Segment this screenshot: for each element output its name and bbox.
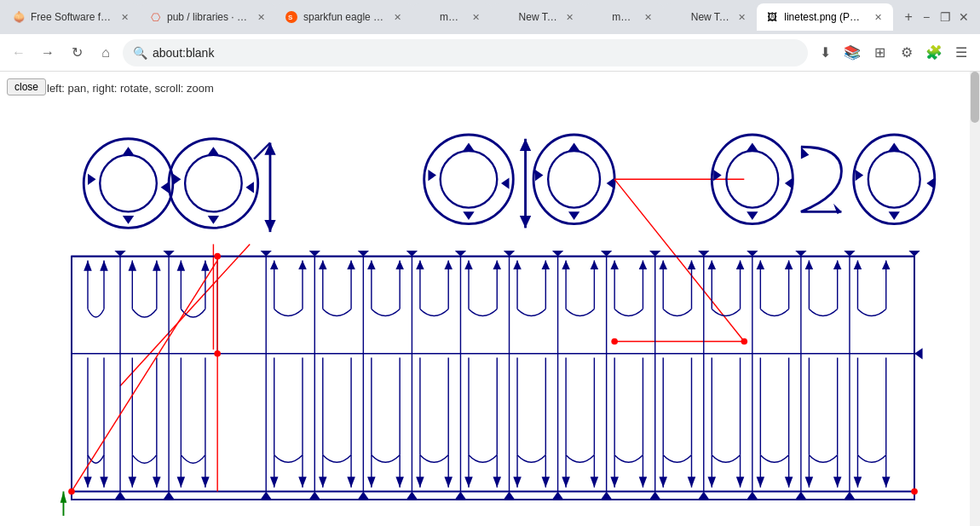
tab-5-close[interactable]: ✕ [562,10,576,24]
tab-5[interactable]: New Tab ✕ [492,3,585,31]
viewer-hint: left: pan, right: rotate, scroll: zoom [47,82,214,95]
tab-2-close[interactable]: ✕ [254,10,268,24]
window-controls: − ❐ ✕ [920,11,977,23]
svg-point-275 [611,338,618,345]
download-button[interactable]: ⬇ [813,41,837,65]
url-input[interactable] [153,46,798,60]
svg-point-274 [68,488,75,495]
pcb-visualization[interactable] [0,118,970,516]
svg-marker-56 [926,177,935,188]
tab-8-close[interactable]: ✕ [871,10,885,24]
tab-1-title: Free Software for S... [31,11,112,23]
tab-3[interactable]: S sparkfun eagle tuto... ✕ [276,3,412,31]
location-icon: 🔍 [133,46,147,60]
browser-window: 🧅 Free Software for S... ✕ ⎔ pub / libra… [0,0,980,526]
sidebar-button[interactable]: ⊞ [868,41,891,65]
menu-button[interactable]: ☰ [949,41,973,65]
tab-3-close[interactable]: ✕ [390,10,404,24]
toolbar: ← → ↻ ⌂ 🔍 ⬇ 📚 ⊞ ⚙ 🧩 ☰ [0,34,980,72]
tab-8-title: linetest.png (PNG Ima... [784,11,866,23]
close-viewer-button[interactable]: close [7,78,46,95]
tab-1-favicon: 🧅 [12,10,26,24]
tab-7[interactable]: New Tab ✕ [664,3,758,31]
tab-4-close[interactable]: ✕ [470,10,483,24]
tab-6-favicon [593,10,607,24]
tab-8[interactable]: 🖼 linetest.png (PNG Ima... ✕ [757,3,893,31]
address-bar[interactable]: 🔍 [123,39,808,66]
tab-6-close[interactable]: ✕ [642,10,655,24]
tab-4[interactable]: mods ✕ [412,3,492,31]
toolbar-right-buttons: ⬇ 📚 ⊞ ⚙ 🧩 ☰ [813,41,973,65]
tab-2-favicon: ⎔ [148,10,162,24]
tab-bar: 🧅 Free Software for S... ✕ ⎔ pub / libra… [0,0,980,34]
svg-point-273 [214,350,221,357]
reload-button[interactable]: ↻ [65,41,89,65]
new-tab-button[interactable]: + [896,5,920,29]
extensions-button[interactable]: 🧩 [922,41,946,65]
settings-button[interactable]: ⚙ [895,41,919,65]
tab-7-close[interactable]: ✕ [735,10,748,24]
tab-4-title: mods [440,11,464,23]
scrollbar-vertical[interactable] [970,72,980,526]
tab-5-favicon [500,10,514,24]
tab-8-favicon: 🖼 [765,10,779,24]
tab-3-favicon: S [285,10,298,24]
back-button[interactable]: ← [7,41,31,65]
home-button[interactable]: ⌂ [94,41,118,65]
minimize-button[interactable]: − [920,11,932,23]
close-button[interactable]: ✕ [958,11,970,23]
page-content: close left: pan, right: rotate, scroll: … [0,72,980,526]
tab-2-title: pub / libraries · Git... [167,11,249,23]
tab-2[interactable]: ⎔ pub / libraries · Git... ✕ [140,3,276,31]
tab-3-title: sparkfun eagle tuto... [303,11,385,23]
svg-point-272 [214,253,221,260]
tab-7-title: New Tab [691,11,730,23]
svg-point-277 [911,488,918,495]
tab-7-favicon [672,10,686,24]
tab-6-title: mods [612,11,637,23]
tab-1[interactable]: 🧅 Free Software for S... ✕ [3,3,140,31]
bookmarks-button[interactable]: 📚 [840,41,864,65]
tab-4-favicon [421,10,435,24]
pcb-svg [0,118,970,516]
scrollbar-thumb[interactable] [971,72,979,123]
svg-point-276 [741,338,748,345]
tab-1-close[interactable]: ✕ [118,10,131,24]
tab-5-title: New Tab [519,11,558,23]
tab-6[interactable]: mods ✕ [585,3,664,31]
svg-text:S: S [288,14,293,21]
restore-button[interactable]: ❐ [939,11,951,23]
forward-button[interactable]: → [36,41,60,65]
